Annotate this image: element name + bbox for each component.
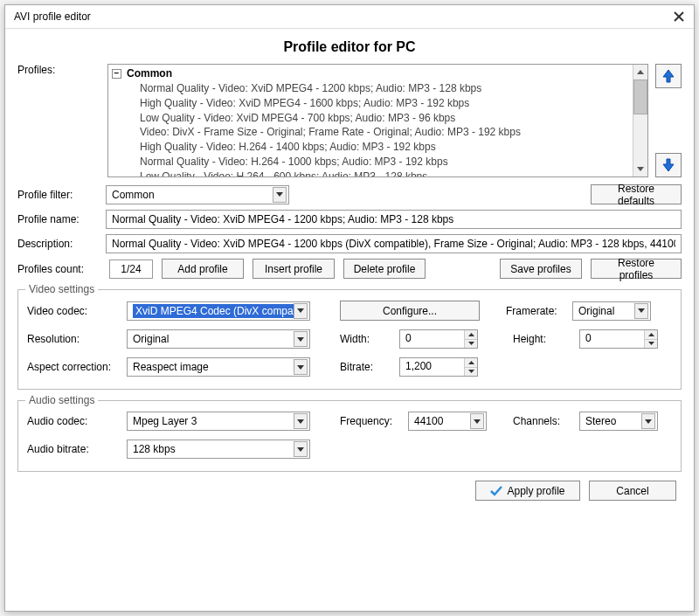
height-spinner[interactable]: 0: [579, 329, 658, 349]
description-input[interactable]: [106, 234, 682, 253]
framerate-label: Framerate:: [506, 305, 565, 317]
audio-bitrate-select[interactable]: 128 kbps: [127, 440, 310, 459]
configure-button[interactable]: Configure...: [340, 301, 480, 321]
save-profiles-button[interactable]: Save profiles: [500, 259, 582, 279]
chevron-down-icon: [470, 413, 484, 429]
bitrate-label: Bitrate:: [340, 361, 392, 373]
audio-settings-legend: Audio settings: [25, 394, 98, 406]
add-profile-button[interactable]: Add profile: [162, 259, 244, 279]
list-item[interactable]: Low Quality - Video: H.264 - 600 kbps; A…: [112, 170, 629, 177]
list-item[interactable]: Video: DivX - Frame Size - Original; Fra…: [112, 125, 629, 140]
chevron-down-icon: [273, 187, 287, 203]
width-label: Width:: [340, 333, 392, 345]
svg-marker-3: [637, 167, 644, 171]
scroll-up-icon: [633, 65, 647, 80]
delete-profile-button[interactable]: Delete profile: [343, 259, 426, 279]
window-title: AVI profile editor: [14, 10, 91, 23]
list-item[interactable]: High Quality - Video: XviD MPEG4 - 1600 …: [112, 96, 629, 111]
move-down-button[interactable]: [655, 153, 682, 177]
audio-codec-label: Audio codec:: [27, 415, 120, 427]
list-item[interactable]: Normal Quality - Video: H.264 - 1000 kbp…: [112, 155, 629, 170]
frequency-label: Frequency:: [340, 415, 401, 427]
chevron-down-icon: [294, 331, 308, 347]
list-item[interactable]: High Quality - Video: H.264 - 1400 kbps;…: [112, 140, 629, 155]
chevron-down-icon: [294, 413, 308, 429]
resolution-label: Resolution:: [27, 333, 120, 345]
restore-defaults-button[interactable]: Restore defaults: [591, 184, 682, 204]
frequency-select[interactable]: 44100: [408, 412, 487, 431]
bitrate-spinner[interactable]: 1,200: [399, 357, 478, 377]
svg-marker-2: [637, 70, 644, 74]
resolution-select[interactable]: Original: [127, 329, 310, 349]
chevron-down-icon: [641, 413, 655, 429]
svg-marker-16: [468, 370, 474, 373]
move-up-button[interactable]: [655, 64, 682, 88]
profiles-tree[interactable]: − Common Normal Quality - Video: XviD MP…: [107, 64, 648, 177]
audio-bitrate-label: Audio bitrate:: [27, 443, 120, 455]
channels-label: Channels:: [513, 415, 572, 427]
profile-filter-select[interactable]: Common: [106, 185, 289, 204]
profile-name-input[interactable]: [106, 210, 682, 229]
aspect-select[interactable]: Reaspect image: [127, 357, 310, 377]
filter-label: Profile filter:: [17, 189, 100, 201]
apply-profile-button[interactable]: Apply profile: [475, 481, 580, 501]
svg-marker-5: [663, 159, 674, 171]
channels-select[interactable]: Stereo: [579, 412, 658, 431]
svg-marker-7: [297, 308, 304, 313]
svg-marker-11: [468, 342, 474, 345]
insert-profile-button[interactable]: Insert profile: [253, 259, 335, 279]
svg-marker-10: [468, 333, 474, 336]
list-item[interactable]: Normal Quality - Video: XviD MPEG4 - 120…: [112, 81, 629, 96]
svg-marker-14: [297, 365, 304, 370]
svg-marker-19: [645, 419, 652, 424]
tree-root-label: Common: [127, 67, 172, 80]
svg-marker-20: [297, 447, 304, 452]
desc-label: Description:: [17, 238, 100, 250]
svg-marker-18: [474, 419, 481, 424]
restore-profiles-button[interactable]: Restore profiles: [591, 259, 682, 279]
scroll-down-icon: [633, 162, 647, 176]
chevron-down-icon: [294, 441, 308, 457]
svg-marker-4: [663, 70, 674, 82]
svg-marker-8: [638, 308, 645, 313]
scrollbar[interactable]: [633, 65, 647, 176]
close-icon[interactable]: [673, 10, 685, 23]
list-item[interactable]: Low Quality - Video: XviD MPEG4 - 700 kb…: [112, 111, 629, 126]
page-title: Profile editor for PC: [17, 39, 682, 55]
aspect-label: Aspect correction:: [27, 361, 120, 373]
framerate-select[interactable]: Original: [572, 301, 651, 321]
profiles-label: Profiles:: [17, 64, 100, 76]
chevron-down-icon: [634, 303, 648, 319]
width-spinner[interactable]: 0: [399, 329, 478, 349]
svg-marker-6: [276, 192, 283, 197]
svg-marker-13: [648, 342, 654, 345]
chevron-down-icon: [294, 359, 308, 375]
count-label: Profiles count:: [17, 263, 100, 275]
height-label: Height:: [513, 333, 572, 345]
svg-marker-17: [297, 419, 304, 424]
cancel-button[interactable]: Cancel: [589, 481, 676, 501]
chevron-down-icon: [294, 303, 308, 319]
svg-marker-12: [648, 333, 654, 336]
svg-marker-15: [468, 361, 474, 364]
name-label: Profile name:: [17, 213, 100, 225]
audio-codec-select[interactable]: Mpeg Layer 3: [127, 412, 310, 431]
video-settings-legend: Video settings: [25, 283, 98, 295]
svg-marker-9: [297, 337, 304, 342]
tree-collapse-icon[interactable]: −: [112, 69, 121, 79]
video-codec-select[interactable]: XviD MPEG4 Codec (DivX compatible: [127, 301, 310, 321]
video-codec-label: Video codec:: [27, 305, 120, 317]
profiles-count: 1/24: [109, 260, 153, 279]
